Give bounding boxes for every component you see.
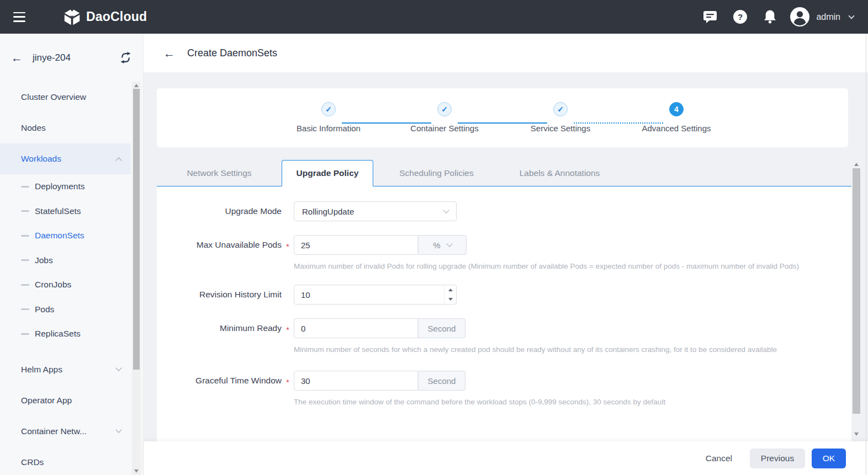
tab-network-settings[interactable]: Network Settings bbox=[157, 160, 282, 186]
sidebar-item-deployments[interactable]: Deployments bbox=[0, 174, 131, 199]
chevron-down-icon bbox=[446, 241, 452, 247]
sidebar-item-replicasets[interactable]: ReplicaSets bbox=[0, 322, 131, 346]
scroll-up-icon[interactable] bbox=[134, 84, 139, 87]
notifications-bell-icon[interactable] bbox=[759, 6, 781, 28]
chevron-down-icon bbox=[115, 365, 121, 371]
minimum-ready-description: Minimum number of seconds for which a ne… bbox=[294, 344, 838, 355]
number-spinner bbox=[444, 285, 456, 304]
dash-icon bbox=[21, 235, 29, 237]
stepper: ✓ Basic Information ✓ Container Settings… bbox=[157, 88, 848, 133]
max-unavailable-value[interactable] bbox=[294, 236, 417, 254]
step-check-icon: ✓ bbox=[321, 102, 336, 116]
page-title: Create DaemonSets bbox=[187, 47, 277, 59]
dash-icon bbox=[21, 284, 29, 286]
sidebar-item-daemonsets[interactable]: DaemonSets bbox=[0, 223, 131, 248]
previous-button[interactable]: Previous bbox=[750, 449, 805, 468]
scroll-down-icon[interactable] bbox=[134, 469, 139, 473]
daocloud-logo-icon bbox=[63, 8, 81, 26]
tab-section: Network Settings Upgrade Policy Scheduli… bbox=[157, 160, 851, 441]
window-edge-divider bbox=[866, 34, 866, 475]
upgrade-policy-panel: Upgrade Mode RollingUpdate Max Unava bbox=[157, 186, 851, 441]
revision-history-label: Revision History Limit bbox=[157, 290, 282, 300]
messages-icon[interactable] bbox=[699, 6, 721, 28]
sidebar-scrollbar-thumb[interactable] bbox=[133, 89, 140, 370]
minimum-ready-label: Minimum Ready bbox=[157, 323, 282, 333]
tabs: Network Settings Upgrade Policy Scheduli… bbox=[157, 160, 851, 186]
cluster-name: jinye-204 bbox=[33, 52, 71, 63]
sidebar-item-helm-apps[interactable]: Helm Apps bbox=[0, 354, 131, 385]
sidebar-item-operator-app[interactable]: Operator App bbox=[0, 385, 131, 416]
cancel-button[interactable]: Cancel bbox=[701, 449, 737, 468]
increment-icon[interactable] bbox=[444, 285, 456, 295]
user-name: admin bbox=[816, 12, 840, 22]
content-scrollbar-thumb[interactable] bbox=[853, 168, 860, 414]
minimum-ready-value[interactable] bbox=[294, 319, 417, 338]
step-basic-information[interactable]: ✓ Basic Information bbox=[271, 102, 387, 133]
graceful-window-unit: Second bbox=[418, 371, 465, 391]
scroll-up-icon[interactable] bbox=[854, 163, 859, 166]
scroll-down-icon[interactable] bbox=[854, 433, 859, 436]
sidebar-item-statefulsets[interactable]: StatefulSets bbox=[0, 199, 131, 224]
dash-icon bbox=[21, 308, 29, 310]
sidebar-item-crds[interactable]: CRDs bbox=[0, 447, 131, 475]
page-header: ← Create DaemonSets bbox=[144, 34, 868, 72]
ok-button[interactable]: OK bbox=[812, 449, 846, 468]
menu-icon[interactable] bbox=[13, 12, 27, 22]
step-check-icon: ✓ bbox=[553, 102, 568, 116]
upgrade-mode-select[interactable]: RollingUpdate bbox=[294, 201, 457, 221]
sidebar: ← jinye-204 Cluster Overview Nodes Workl… bbox=[0, 34, 144, 475]
sidebar-item-pods[interactable]: Pods bbox=[0, 297, 131, 322]
graceful-window-input[interactable] bbox=[294, 371, 419, 391]
page-back-icon[interactable]: ← bbox=[163, 47, 175, 59]
step-check-icon: ✓ bbox=[437, 102, 452, 116]
decrement-icon[interactable] bbox=[444, 295, 456, 304]
sidebar-item-container-network[interactable]: Container Netw... bbox=[0, 416, 131, 447]
chevron-up-icon bbox=[115, 157, 121, 163]
graceful-window-value[interactable] bbox=[294, 371, 417, 390]
content: ✓ Basic Information ✓ Container Settings… bbox=[144, 72, 868, 441]
required-mark: * bbox=[282, 323, 294, 334]
sidebar-item-cluster-overview[interactable]: Cluster Overview bbox=[0, 82, 131, 113]
required-mark: * bbox=[282, 375, 294, 387]
revision-history-value[interactable] bbox=[294, 285, 444, 304]
sidebar-nav: Cluster Overview Nodes Workloads Deploym… bbox=[0, 82, 131, 475]
upgrade-mode-label: Upgrade Mode bbox=[157, 206, 282, 216]
dash-icon bbox=[21, 210, 29, 212]
max-unavailable-label: Max Unavailable Pods bbox=[157, 240, 282, 250]
step-service-settings[interactable]: ✓ Service Settings bbox=[502, 102, 618, 133]
max-unavailable-description: Maximum number of invalid Pods for rolli… bbox=[294, 260, 838, 272]
sidebar-item-jobs[interactable]: Jobs bbox=[0, 248, 131, 273]
sidebar-item-nodes[interactable]: Nodes bbox=[0, 113, 131, 143]
stepper-card: ✓ Basic Information ✓ Container Settings… bbox=[157, 88, 848, 147]
tab-scheduling-policies[interactable]: Scheduling Policies bbox=[373, 160, 500, 186]
step-container-settings[interactable]: ✓ Container Settings bbox=[387, 102, 502, 133]
help-icon[interactable]: ? bbox=[729, 6, 751, 28]
minimum-ready-unit: Second bbox=[418, 318, 465, 338]
step-number-badge: 4 bbox=[669, 102, 684, 116]
brand-name: DaoCloud bbox=[86, 9, 147, 24]
sidebar-back-icon[interactable]: ← bbox=[11, 52, 23, 63]
sidebar-scrollbar[interactable] bbox=[132, 82, 141, 475]
tab-labels-annotations[interactable]: Labels & Annotations bbox=[500, 160, 620, 186]
max-unavailable-input[interactable] bbox=[294, 235, 419, 255]
brand: DaoCloud bbox=[63, 8, 147, 26]
svg-text:?: ? bbox=[738, 12, 743, 22]
user-avatar[interactable] bbox=[788, 6, 811, 28]
dash-icon bbox=[21, 186, 29, 188]
refresh-icon[interactable] bbox=[119, 52, 132, 63]
footer-actions: Cancel Previous OK bbox=[144, 441, 868, 475]
user-menu-chevron-down-icon[interactable] bbox=[848, 13, 854, 19]
step-advanced-settings[interactable]: 4 Advanced Settings bbox=[618, 102, 734, 133]
sidebar-item-workloads[interactable]: Workloads bbox=[0, 143, 131, 174]
chevron-down-icon bbox=[115, 426, 121, 433]
max-unavailable-unit-select[interactable]: % bbox=[418, 235, 467, 255]
chevron-down-icon bbox=[443, 207, 449, 213]
graceful-window-label: Graceful Time Window bbox=[157, 376, 282, 386]
dash-icon bbox=[21, 259, 29, 261]
revision-history-input[interactable] bbox=[294, 285, 457, 305]
content-scrollbar[interactable] bbox=[851, 160, 861, 439]
tab-upgrade-policy[interactable]: Upgrade Policy bbox=[282, 160, 373, 186]
sidebar-item-cronjobs[interactable]: CronJobs bbox=[0, 273, 131, 297]
required-mark: * bbox=[282, 239, 294, 251]
minimum-ready-input[interactable] bbox=[294, 318, 419, 338]
